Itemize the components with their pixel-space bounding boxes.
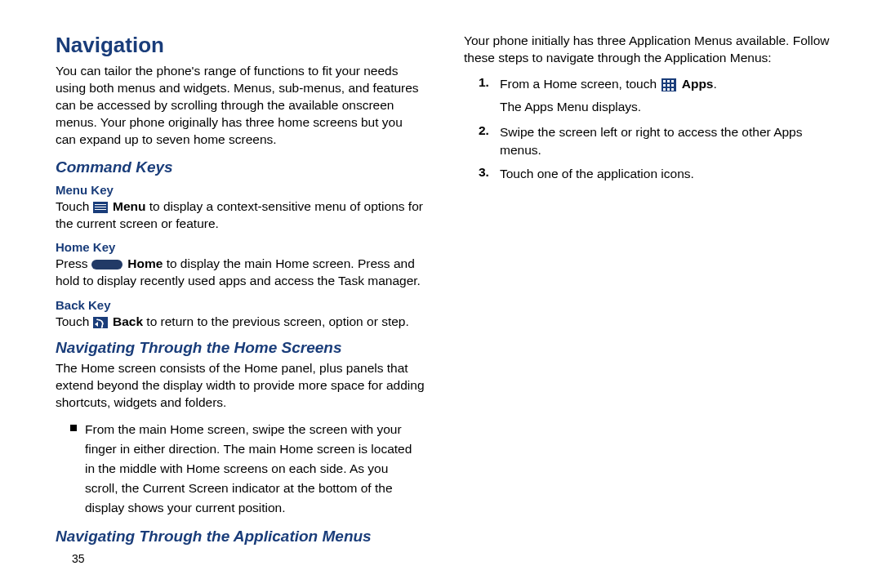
home-icon (91, 260, 122, 270)
intro-paragraph: You can tailor the phone's range of func… (56, 63, 425, 149)
home-bold: Home (127, 256, 163, 270)
step-3: 3. Touch one of the application icons. (479, 165, 833, 183)
page-number: 35 (72, 552, 85, 565)
heading-nav-app-menus: Navigating Through the Application Menus (56, 528, 425, 546)
heading-back-key: Back Key (56, 298, 425, 312)
step1-pre: From a Home screen, touch (500, 77, 660, 91)
text-touch-back: Touch (56, 314, 93, 328)
menu-icon (93, 202, 108, 213)
nav-home-bullet-text: From the main Home screen, swipe the scr… (85, 420, 425, 518)
back-bold: Back (113, 314, 143, 328)
text-press: Press (56, 256, 91, 270)
step-3-text: Touch one of the application icons. (500, 165, 694, 183)
nav-home-bullet: From the main Home screen, swipe the scr… (70, 420, 425, 518)
menu-bold: Menu (113, 199, 145, 213)
heading-menu-key: Menu Key (56, 183, 425, 197)
heading-nav-home-screens: Navigating Through the Home Screens (56, 339, 425, 357)
step-3-number: 3. (479, 165, 493, 180)
nav-home-intro: The Home screen consists of the Home pan… (56, 360, 425, 412)
step1-post: . (713, 77, 716, 91)
step-2: 2. Swipe the screen left or right to acc… (479, 123, 833, 160)
step-1-sub: The Apps Menu displays. (500, 98, 833, 116)
step-2-text: Swipe the screen left or right to access… (500, 123, 833, 160)
text-touch: Touch (56, 199, 93, 213)
step-1-number: 1. (479, 75, 493, 90)
heading-home-key: Home Key (56, 240, 425, 254)
step-1-text: From a Home screen, touch Apps. (500, 75, 717, 93)
back-icon (93, 317, 108, 328)
back-post: to return to the previous screen, option… (143, 314, 409, 328)
home-key-paragraph: Press Home to display the main Home scre… (56, 256, 425, 290)
menu-key-paragraph: Touch Menu to display a context-sensitiv… (56, 198, 425, 233)
menu-post: to display a context-sensitive menu of o… (56, 199, 423, 230)
nav-app-intro: Your phone initially has three Applicati… (464, 33, 833, 67)
back-key-paragraph: Touch Back to return to the previous scr… (56, 314, 425, 331)
step1-bold: Apps (682, 77, 714, 91)
step-1: 1. From a Home screen, touch Apps. (479, 75, 833, 93)
apps-icon (662, 78, 676, 91)
section-title-navigation: Navigation (56, 33, 425, 58)
step-2-number: 2. (479, 123, 493, 138)
heading-command-keys: Command Keys (56, 158, 425, 176)
square-bullet-icon (70, 425, 77, 431)
